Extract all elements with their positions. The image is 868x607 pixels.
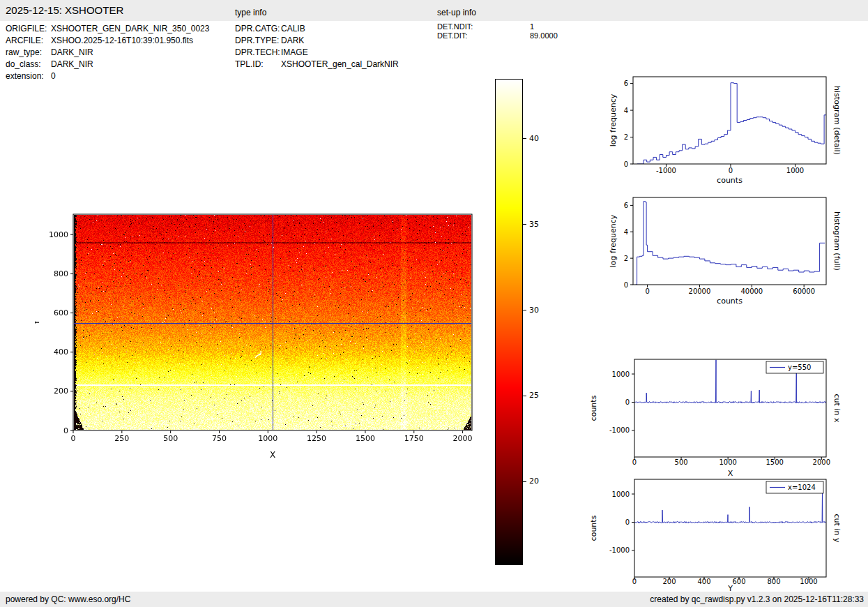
y-axis-label: log frequency (609, 214, 618, 267)
y-tick-label: 400 (54, 347, 68, 357)
y-tick-label: 4 (624, 107, 628, 114)
rawtype-label: raw_type: (6, 47, 51, 59)
colorbar-tick (523, 396, 526, 396)
colorbar-tick (523, 481, 526, 482)
qc-report-page: 2025-12-15: XSHOOTER type info set-up in… (0, 0, 868, 607)
colorbar-tick (523, 310, 526, 310)
data-series-line (636, 202, 825, 285)
x-tick-label: 600 (732, 578, 745, 585)
dpr-tech-value: IMAGE (281, 47, 308, 59)
meta-row-det-ndit: DET.NDIT: 1 (437, 22, 558, 31)
meta-row-dpr-type: DPR.TYPE: DARK (235, 35, 399, 47)
x-tick-label: 0 (729, 167, 733, 174)
arcfile-value: XSHOO.2025-12-16T10:39:01.950.fits (51, 35, 193, 47)
x-tick-label: 1500 (356, 434, 375, 443)
tpl-id-value: XSHOOTER_gen_cal_DarkNIR (281, 59, 399, 70)
x-tick-label: 1250 (307, 434, 326, 443)
x-tick-label: 200 (662, 578, 676, 585)
type-info-block: DPR.CATG: CALIB DPR.TYPE: DARK DPR.TECH:… (235, 23, 399, 70)
det-dit-label: DET.DIT: (437, 31, 530, 40)
x-tick-label: 0 (645, 287, 649, 295)
heatmap-axes: 0250500750100012501500175020000200400600… (35, 207, 495, 469)
side-label: cut in x (832, 394, 842, 423)
colorbar-tick-label: 35 (529, 220, 539, 229)
x-tick-label: 1500 (766, 458, 783, 466)
x-tick-label: 1000 (258, 434, 277, 443)
dpr-catg-value: CALIB (281, 23, 305, 35)
meta-row-origfile: ORIGFILE: XSHOOTER_GEN_DARK_NIR_350_0023 (6, 23, 209, 35)
footer-bar: powered by QC: www.eso.org/HC created by… (0, 592, 868, 607)
colorbar-ticks: 2025303540 (523, 79, 554, 565)
side-label: cut in y (832, 514, 842, 543)
y-tick-label: 800 (54, 269, 68, 278)
y-tick-label: 0 (625, 398, 630, 406)
x-tick-label: 1000 (800, 578, 817, 585)
det-ndit-value: 1 (530, 22, 534, 31)
type-info-heading: type info (235, 8, 266, 17)
histogram-full-plot: 02000040000600000246countslog frequencyh… (589, 190, 847, 320)
rawtype-value: DARK_NIR (51, 47, 93, 59)
setup-info-block: DET.NDIT: 1 DET.DIT: 89.0000 (437, 22, 558, 40)
setup-info-heading: set-up info (437, 8, 476, 17)
footer-left-text: powered by QC: www.eso.org/HC (6, 594, 130, 604)
doclass-label: do_class: (6, 59, 51, 70)
x-tick-label: 2000 (453, 434, 473, 443)
dpr-catg-label: DPR.CATG: (235, 23, 281, 35)
tpl-id-label: TPL.ID: (235, 59, 281, 70)
page-title: 2025-12-15: XSHOOTER (6, 4, 123, 16)
x-tick-label: 1000 (719, 458, 736, 466)
side-label: histogram (full) (832, 211, 842, 271)
dpr-tech-label: DPR.TECH: (235, 47, 281, 59)
cut-in-y-plot: 02004006008001000-100001000Ycountscut in… (589, 472, 847, 607)
meta-row-det-dit: DET.DIT: 89.0000 (437, 31, 558, 40)
x-tick-label: 800 (767, 578, 780, 585)
colorbar-tick (523, 138, 526, 139)
meta-row-rawtype: raw_type: DARK_NIR (6, 47, 209, 59)
colorbar-tick (523, 224, 526, 225)
x-tick-label: 1000 (786, 167, 804, 174)
colorbar-tick-label: 30 (529, 306, 539, 315)
colorbar (495, 79, 523, 565)
y-tick-label: 0 (63, 426, 68, 435)
y-axis-label: counts (589, 515, 598, 541)
x-tick-label: 2000 (813, 458, 830, 466)
data-series-line (634, 490, 826, 523)
x-tick-label: 250 (114, 434, 129, 443)
doclass-value: DARK_NIR (51, 59, 93, 70)
x-tick-label: -1000 (656, 167, 676, 174)
det-dit-value: 89.0000 (530, 31, 558, 40)
cut-in-x-plot: 0500100015002000-100001000Xcountscut in … (589, 352, 847, 488)
x-tick-label: 500 (163, 434, 178, 443)
y-tick-label: 2 (624, 133, 628, 141)
y-tick-label: 2 (624, 255, 628, 262)
meta-row-extension: extension: 0 (6, 70, 209, 82)
y-tick-label: -1000 (609, 546, 630, 554)
axes-frame (73, 214, 472, 430)
axes-frame (633, 197, 826, 285)
meta-row-tpl-id: TPL.ID: XSHOOTER_gen_cal_DarkNIR (235, 59, 399, 70)
meta-row-dpr-tech: DPR.TECH: IMAGE (235, 47, 399, 59)
x-axis-label: counts (717, 297, 743, 306)
x-tick-label: 500 (675, 458, 688, 466)
y-tick-label: 6 (624, 202, 628, 209)
x-tick-label: 40000 (740, 287, 763, 295)
legend-label: x=1024 (788, 484, 816, 491)
x-axis-label: counts (717, 176, 743, 185)
dpr-type-label: DPR.TYPE: (235, 35, 281, 47)
x-tick-label: 750 (212, 434, 227, 443)
y-tick-label: -1000 (609, 426, 630, 434)
colorbar-tick-label: 40 (529, 134, 539, 143)
y-tick-label: 0 (625, 518, 630, 526)
x-tick-label: 400 (697, 578, 710, 585)
colorbar-tick-label: 25 (529, 391, 539, 400)
x-tick-label: 60000 (793, 287, 815, 295)
x-tick-label: 0 (632, 458, 637, 466)
origfile-value: XSHOOTER_GEN_DARK_NIR_350_0023 (51, 23, 209, 35)
dpr-type-value: DARK (281, 35, 304, 47)
y-tick-label: 0 (624, 160, 628, 168)
x-axis-label: X (270, 450, 275, 460)
meta-row-arcfile: ARCFILE: XSHOO.2025-12-16T10:39:01.950.f… (6, 35, 209, 47)
meta-row-dpr-catg: DPR.CATG: CALIB (235, 23, 399, 35)
data-series-line (637, 83, 828, 164)
x-tick-label: 20000 (689, 287, 711, 295)
